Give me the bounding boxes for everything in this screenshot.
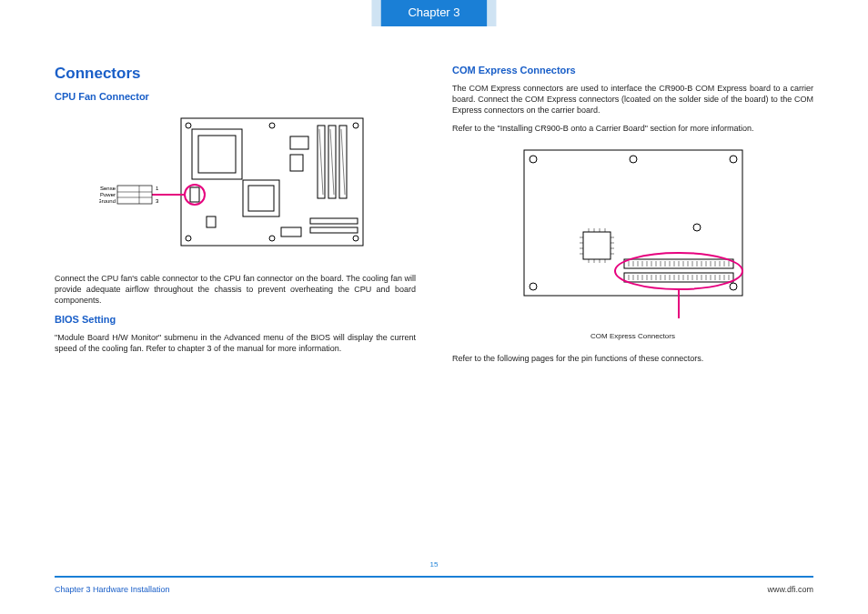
com-express-body3: Refer to the following pages for the pin…: [452, 353, 813, 364]
pin-label-ground: Ground: [99, 198, 116, 204]
pin-num-1: 1: [156, 186, 159, 191]
footer-rule: [55, 576, 813, 578]
pin-label-power: Power: [99, 192, 115, 197]
svg-rect-23: [190, 187, 199, 202]
footer-right: www.dfi.com: [767, 585, 813, 594]
cpu-fan-diagram: Sense Power Ground 1 3: [55, 109, 416, 264]
subheading-com-express: COM Express Connectors: [452, 64, 813, 77]
left-column: Connectors CPU Fan Connector: [55, 64, 416, 550]
right-column: COM Express Connectors The COM Express c…: [452, 64, 813, 550]
cpu-fan-body: Connect the CPU fan's cable connector to…: [55, 273, 416, 306]
com-express-diagram: [452, 141, 813, 323]
chapter-tab: Chapter 3: [380, 0, 487, 26]
pin-label-sense: Sense: [99, 186, 116, 191]
page-number: 15: [430, 560, 439, 569]
footer-left: Chapter 3 Hardware Installation: [55, 585, 170, 594]
subheading-cpu-fan: CPU Fan Connector: [55, 90, 416, 104]
com-express-caption: COM Express Connectors: [452, 332, 813, 342]
com-express-body1: The COM Express connectors are used to i…: [452, 83, 813, 116]
bios-body: "Module Board H/W Monitor" submenu in th…: [55, 332, 416, 354]
com-express-body2: Refer to the "Installing CR900-B onto a …: [452, 123, 813, 134]
subheading-bios: BIOS Setting: [55, 313, 416, 327]
svg-rect-26: [117, 186, 152, 204]
section-heading-connectors: Connectors: [55, 64, 416, 85]
pin-num-3: 3: [156, 198, 159, 204]
